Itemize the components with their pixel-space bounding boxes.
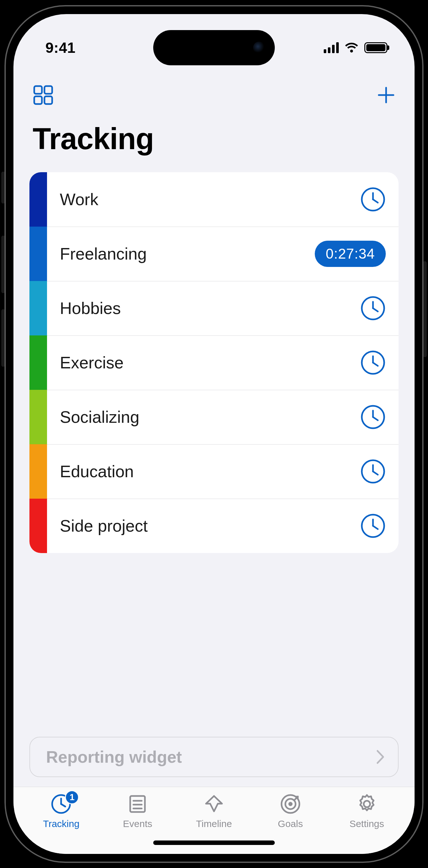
start-timer-button[interactable]: [360, 350, 386, 375]
svg-line-20: [373, 471, 378, 475]
start-timer-button[interactable]: [360, 404, 386, 430]
tab-settings[interactable]: Settings: [329, 793, 405, 854]
add-tracker-button[interactable]: [377, 86, 395, 104]
svg-line-11: [373, 308, 378, 311]
tracker-label: Work: [47, 190, 360, 209]
tracker-row[interactable]: Education: [29, 444, 399, 499]
start-timer-button[interactable]: [360, 296, 386, 321]
svg-line-23: [373, 526, 378, 529]
tab-label: Tracking: [43, 818, 79, 829]
wifi-icon: [344, 42, 359, 53]
screen: 9:41: [13, 14, 415, 854]
tab-tracking[interactable]: Tracking1: [23, 793, 99, 854]
reporting-widget-label: Reporting widget: [46, 747, 182, 767]
tracker-color-strip: [29, 390, 47, 444]
tracker-color-strip: [29, 172, 47, 226]
tracker-color-strip: [29, 335, 47, 390]
phone-volume-down: [1, 309, 5, 367]
nav-bar: [13, 72, 415, 109]
start-timer-button[interactable]: [360, 513, 386, 539]
svg-rect-2: [34, 96, 42, 104]
tracker-row[interactable]: Socializing: [29, 390, 399, 444]
chevron-right-icon: [375, 749, 385, 765]
goals-icon: [279, 793, 302, 815]
svg-line-26: [61, 804, 65, 807]
phone-power-button: [423, 261, 427, 357]
page-title: Tracking: [13, 109, 415, 172]
tracker-label: Education: [47, 462, 360, 481]
tracker-label: Freelancing: [47, 244, 315, 264]
tracker-label: Exercise: [47, 353, 360, 372]
tracker-row[interactable]: Side project: [29, 499, 399, 553]
active-timer-pill[interactable]: 0:27:34: [315, 241, 386, 267]
status-time: 9:41: [45, 39, 75, 56]
tracker-color-strip: [29, 499, 47, 553]
tab-badge: 1: [65, 790, 79, 804]
tracker-list: Work Freelancing0:27:34Hobbies Exercise …: [29, 172, 399, 553]
start-timer-button[interactable]: [360, 459, 386, 484]
svg-line-8: [373, 199, 378, 203]
settings-icon: [356, 793, 378, 815]
tracker-label: Socializing: [47, 407, 360, 427]
tracker-label: Side project: [47, 516, 360, 535]
tab-label: Goals: [278, 818, 303, 829]
cellular-icon: [324, 42, 339, 53]
events-icon: [126, 793, 149, 815]
svg-point-33: [289, 803, 292, 805]
phone-volume-up: [1, 236, 5, 293]
svg-line-14: [373, 363, 378, 366]
svg-rect-0: [34, 86, 42, 94]
tab-label: Events: [123, 818, 152, 829]
svg-line-17: [373, 417, 378, 420]
home-indicator[interactable]: [153, 840, 275, 845]
tracker-color-strip: [29, 444, 47, 499]
tracker-row[interactable]: Exercise: [29, 335, 399, 390]
tracker-row[interactable]: Work: [29, 172, 399, 226]
svg-rect-3: [44, 96, 52, 104]
status-bar: 9:41: [13, 30, 415, 65]
svg-point-35: [364, 801, 370, 807]
start-timer-button[interactable]: [360, 187, 386, 212]
battery-icon: [364, 42, 387, 53]
phone-frame: 9:41: [4, 5, 424, 863]
tracker-row[interactable]: Hobbies: [29, 281, 399, 335]
layout-grid-button[interactable]: [33, 85, 54, 105]
timeline-icon: [203, 793, 225, 815]
tracker-label: Hobbies: [47, 299, 360, 318]
svg-rect-1: [44, 86, 52, 94]
tracker-color-strip: [29, 281, 47, 335]
reporting-widget-button[interactable]: Reporting widget: [29, 737, 399, 777]
phone-mute-switch: [1, 172, 5, 204]
tab-label: Timeline: [196, 818, 232, 829]
tracker-row[interactable]: Freelancing0:27:34: [29, 226, 399, 281]
tracker-color-strip: [29, 226, 47, 281]
tab-label: Settings: [349, 818, 384, 829]
